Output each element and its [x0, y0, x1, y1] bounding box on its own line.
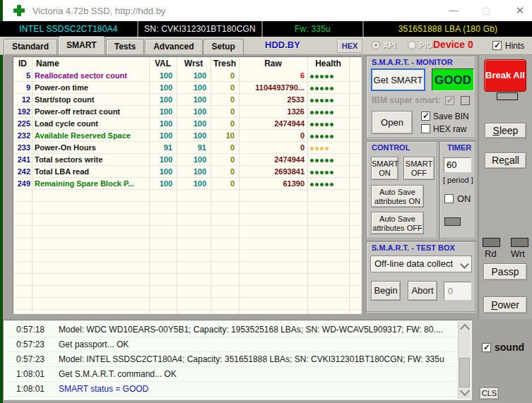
cell-id: 242 — [13, 166, 30, 178]
scroll-up-icon[interactable] — [460, 324, 470, 334]
health-dot-icon — [325, 87, 329, 90]
cell-name: Total sectors write — [35, 154, 148, 166]
power-button[interactable]: Power — [483, 296, 527, 313]
log-message: Model: INTEL SSDSC2CT180A4; Capacity: 35… — [59, 354, 444, 364]
health-dot-icon — [310, 111, 314, 114]
smart-on-button[interactable]: SMART ON — [371, 157, 398, 180]
cell-wrst: 91 — [177, 142, 206, 154]
break-all-button[interactable]: Break All — [484, 59, 526, 92]
cell-raw: 6 — [239, 70, 305, 82]
abort-button[interactable]: Abort — [408, 281, 437, 301]
health-dot-icon — [320, 171, 324, 174]
chevron-down-icon — [460, 260, 469, 269]
smart-off-button[interactable]: SMART OFF — [403, 157, 435, 180]
get-smart-button[interactable]: Get SMART — [371, 68, 425, 91]
cell-val: 100 — [149, 154, 172, 166]
maximize-button[interactable]: ▢ — [479, 4, 493, 18]
victoria-window: Victoria 4.72b SSD, http://hdd.by — ▢ ✕ … — [0, 0, 532, 403]
table-row[interactable]: 9Power-on time10010001104493790... — [13, 82, 361, 94]
health-dots — [310, 166, 360, 178]
cell-id: 233 — [13, 142, 30, 154]
table-row[interactable]: 249Remaining Spare Block P...10010006139… — [13, 178, 361, 190]
health-dot-icon — [330, 111, 333, 114]
health-dot-icon — [315, 111, 319, 114]
health-dots — [310, 178, 360, 190]
sound-label: sound — [495, 342, 524, 353]
header-tresh: Tresh — [211, 57, 239, 70]
drive-serial: SN: CVKI312301BT180CGN — [138, 21, 263, 37]
minimize-button[interactable]: — — [447, 4, 461, 18]
api-label: API — [383, 41, 396, 49]
tab-advanced[interactable]: Advanced — [145, 39, 202, 54]
log-panel[interactable]: 0:57:18Model: WDC WD10EARS-00Y5B1; Capac… — [3, 320, 472, 400]
log-scrollbar[interactable] — [458, 321, 471, 399]
close-button[interactable]: ✕ — [513, 4, 527, 18]
ibm-secondary-checkbox[interactable] — [461, 96, 470, 105]
cell-tresh: 0 — [211, 106, 235, 118]
hex-button[interactable]: HEX — [337, 39, 362, 53]
table-row[interactable]: 242Total LBA read10010002693841 — [13, 166, 361, 178]
table-row[interactable]: 5Reallocated sector count10010006 — [13, 70, 361, 82]
cell-val: 100 — [149, 106, 172, 118]
clear-log-button[interactable]: CLS — [480, 387, 499, 399]
tab-setup[interactable]: Setup — [203, 39, 244, 54]
health-dot-icon — [330, 183, 333, 186]
cell-val: 100 — [149, 70, 172, 82]
health-dot-icon — [325, 75, 329, 78]
tab-tests[interactable]: Tests — [106, 39, 144, 54]
health-dot-icon — [320, 135, 324, 138]
log-time: 1:08:01 — [8, 382, 45, 396]
save-bin-checkbox[interactable] — [421, 112, 430, 121]
tab-smart[interactable]: SMART — [58, 36, 105, 54]
tab-standard[interactable]: Standard — [4, 39, 57, 54]
cell-val: 91 — [149, 142, 172, 154]
write-led-label: Wrt — [511, 248, 525, 259]
scrollbar-thumb[interactable] — [459, 358, 470, 387]
health-dot-icon — [310, 183, 314, 186]
table-row[interactable]: 241Total sectors write10010002474944 — [13, 154, 361, 166]
auto-save-on-button[interactable]: Auto Save attributes ON — [371, 185, 424, 207]
health-dot-icon — [320, 87, 324, 90]
cell-wrst: 100 — [177, 130, 206, 142]
hex-raw-label: HEX raw — [433, 124, 466, 134]
cell-raw: 2474944 — [239, 154, 305, 166]
log-time: 0:57:23 — [8, 352, 45, 366]
timer-period-input[interactable] — [444, 157, 471, 172]
table-row[interactable]: 232Available Reserved Space100100100 — [13, 130, 361, 142]
cell-wrst: 100 — [177, 154, 206, 166]
table-row[interactable]: 192Power-off retract count10010001326 — [13, 106, 361, 118]
hex-raw-checkbox[interactable] — [421, 124, 430, 133]
smart-attribute-table[interactable]: ID Name VAL Wrst Tresh Raw Health 5Reall… — [13, 56, 362, 314]
log-message: Get S.M.A.R.T. command... OK — [59, 369, 177, 379]
log-entry: 1:08:01SMART status = GOOD — [8, 382, 456, 397]
recall-button[interactable]: Recall — [485, 152, 526, 169]
cell-val: 100 — [149, 94, 172, 106]
cell-raw: 61390 — [239, 178, 305, 190]
header-wrst: Wrst — [177, 57, 211, 70]
pio-radio[interactable] — [408, 41, 416, 49]
log-entry: 0:57:23Model: INTEL SSDSC2CT180A4; Capac… — [8, 352, 456, 367]
sleep-button[interactable]: Sleep — [485, 123, 526, 138]
timer-on-checkbox[interactable] — [444, 194, 454, 203]
begin-button[interactable]: Begin — [371, 281, 401, 301]
test-select-dropdown[interactable]: Off-line data collect — [370, 255, 472, 272]
timer-period-label: [ period ] — [443, 176, 473, 184]
sound-checkbox[interactable] — [482, 343, 491, 352]
auto-save-off-button[interactable]: Auto Save attributes OFF — [371, 212, 424, 234]
cell-name: Available Reserved Space — [35, 130, 148, 142]
table-row[interactable]: 12Start/stop count10010002533 — [13, 94, 361, 106]
table-row[interactable]: 233Power-On Hours919100 — [13, 142, 361, 154]
hints-checkbox[interactable] — [492, 41, 502, 50]
passport-button[interactable]: Passp — [483, 263, 527, 280]
table-row[interactable]: 225Load cycle count10010002474944 — [13, 118, 361, 130]
cell-name: Reallocated sector count — [35, 70, 148, 82]
cell-name: Remaining Spare Block P... — [35, 178, 148, 190]
open-bin-button[interactable]: Open BIN — [372, 111, 413, 134]
log-time: 0:57:18 — [8, 323, 45, 337]
cell-id: 12 — [13, 94, 30, 106]
drive-firmware: Fw: 335u — [263, 21, 364, 37]
api-radio[interactable] — [372, 41, 380, 49]
scroll-down-icon[interactable] — [460, 386, 470, 396]
health-dot-icon — [315, 135, 319, 138]
health-dot-icon — [310, 123, 314, 126]
